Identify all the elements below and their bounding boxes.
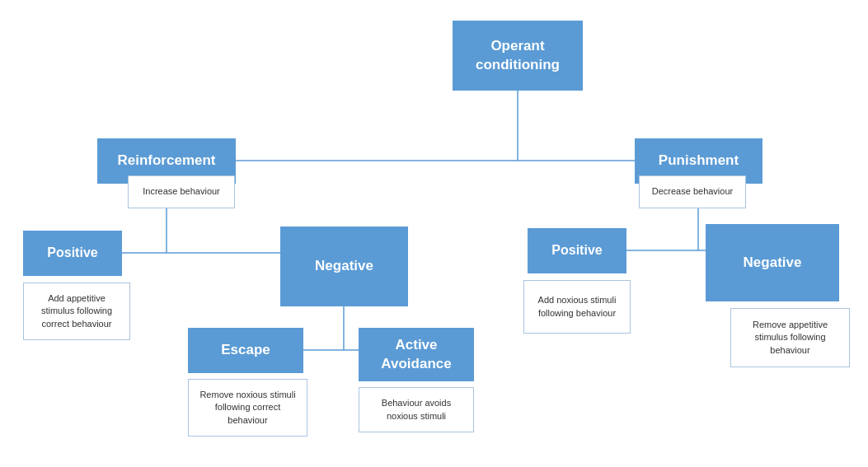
escape-desc: Remove noxious stimuli following correct… <box>188 379 307 437</box>
positive-punishment-node: Positive <box>528 228 626 273</box>
negative-punishment-node: Negative <box>706 224 839 301</box>
negative-punishment-desc: Remove appetitive stimulus following beh… <box>730 308 850 367</box>
active-avoidance-desc: Behaviour avoids noxious stimuli <box>359 387 474 432</box>
reinforcement-desc: Increase behaviour <box>128 175 235 208</box>
positive-reinforcement-desc: Add appetitive stimulus following correc… <box>23 283 130 340</box>
positive-reinforcement-node: Positive <box>23 231 122 276</box>
diagram: Operant conditioning Reinforcement Punis… <box>0 0 868 467</box>
punishment-desc: Decrease behaviour <box>639 175 746 208</box>
active-avoidance-node: Active Avoidance <box>359 328 474 381</box>
negative-reinforcement-node: Negative <box>280 226 408 306</box>
escape-node: Escape <box>188 328 303 373</box>
operant-node: Operant conditioning <box>453 21 583 91</box>
positive-punishment-desc: Add noxious stimuli following behaviour <box>523 280 631 334</box>
